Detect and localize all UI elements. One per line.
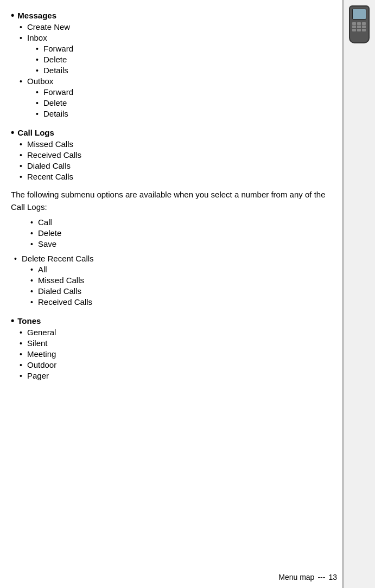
inbox-details-label: Details: [43, 66, 68, 75]
missed-calls-del-item: Missed Calls: [5, 276, 332, 285]
outbox-label: Outbox: [27, 76, 53, 86]
phone-key: [357, 25, 361, 28]
footer-page-number: 13: [328, 573, 337, 581]
bullet-icon: [11, 315, 14, 327]
meeting-label: Meeting: [27, 349, 56, 359]
call-option-label: Call: [38, 218, 52, 227]
inbox-children: Forward Delete Details: [11, 44, 332, 75]
silent-item: Silent: [11, 338, 332, 348]
messages-section: Messages Create New Inbox Forward Delet: [5, 10, 332, 118]
outdoor-label: Outdoor: [27, 360, 56, 369]
delete-recent-section: Delete Recent Calls: [5, 254, 332, 263]
dialed-calls-item: Dialed Calls: [11, 161, 332, 170]
all-label: All: [38, 265, 47, 274]
messages-children: Create New Inbox: [11, 22, 332, 42]
general-item: General: [11, 328, 332, 337]
outbox-children: Forward Delete Details: [11, 87, 332, 118]
phone-key: [352, 22, 356, 25]
recent-calls-label: Recent Calls: [27, 172, 73, 181]
meeting-item: Meeting: [11, 349, 332, 359]
outbox-details-label: Details: [43, 109, 68, 118]
phone-key: [352, 25, 356, 28]
inbox-delete-label: Delete: [43, 55, 67, 64]
phone-keypad: [350, 21, 368, 33]
general-label: General: [27, 328, 56, 337]
outbox-delete-label: Delete: [43, 98, 67, 107]
received-calls-del-item: Received Calls: [5, 297, 332, 306]
call-logs-section: Call Logs Missed Calls Received Calls Di…: [5, 127, 332, 181]
content-area: Messages Create New Inbox Forward Delet: [0, 5, 342, 387]
submenu-options: Call Delete Save: [5, 218, 332, 248]
bullet-icon: [11, 127, 14, 138]
call-logs-item: Call Logs Missed Calls Received Calls Di…: [5, 127, 332, 181]
dialed-calls-del-label: Dialed Calls: [38, 286, 81, 296]
pager-label: Pager: [27, 371, 49, 380]
save-option-item: Save: [5, 239, 332, 248]
phone-key: [357, 29, 361, 31]
received-calls-del-label: Received Calls: [38, 297, 92, 306]
phone-screen: [352, 9, 366, 20]
call-option-item: Call: [5, 218, 332, 227]
dialed-calls-del-item: Dialed Calls: [5, 286, 332, 296]
recent-calls-item: Recent Calls: [11, 172, 332, 181]
phone-key: [352, 29, 356, 31]
inbox-label: Inbox: [27, 33, 47, 42]
all-item: All: [5, 265, 332, 274]
missed-calls-label: Missed Calls: [27, 139, 73, 149]
save-option-label: Save: [38, 239, 56, 248]
inbox-forward-label: Forward: [43, 44, 73, 53]
tones-children: General Silent Meeting Outdoor Pager: [11, 328, 332, 380]
outbox-details-item: Details: [11, 109, 332, 118]
tones-section: Tones General Silent Meeting Outdoor: [5, 315, 332, 380]
phone-key: [362, 25, 366, 28]
missed-calls-item: Missed Calls: [11, 139, 332, 149]
phone-key: [357, 22, 361, 25]
tones-title: Tones: [17, 316, 41, 325]
pager-item: Pager: [11, 371, 332, 380]
delete-option-label: Delete: [38, 228, 61, 238]
silent-label: Silent: [27, 338, 48, 348]
call-logs-title: Call Logs: [17, 128, 54, 137]
outdoor-item: Outdoor: [11, 360, 332, 369]
phone-key: [362, 29, 366, 31]
page-footer: Menu map --- 13: [278, 573, 337, 581]
footer-separator: ---: [317, 573, 325, 581]
create-new-item: Create New: [11, 22, 332, 31]
delete-recent-label: Delete Recent Calls: [22, 254, 94, 263]
delete-option-item: Delete: [5, 228, 332, 238]
received-calls-label: Received Calls: [27, 150, 81, 159]
phone-key: [362, 22, 366, 25]
messages-label: Messages: [11, 10, 332, 21]
received-calls-item: Received Calls: [11, 150, 332, 159]
outbox-delete-item: Delete: [11, 98, 332, 107]
dialed-calls-label: Dialed Calls: [27, 161, 71, 170]
messages-title: Messages: [17, 11, 56, 20]
tones-label: Tones: [11, 315, 332, 327]
messages-item: Messages Create New Inbox Forward Delet: [5, 10, 332, 118]
phone-image: [346, 3, 372, 46]
call-logs-label: Call Logs: [11, 127, 332, 138]
inbox-item: Inbox: [11, 33, 332, 42]
submenu-paragraph: The following submenu options are availa…: [5, 189, 332, 213]
inbox-delete-item: Delete: [11, 55, 332, 64]
footer-menu-map-label: Menu map: [278, 573, 314, 581]
outbox-item: Outbox: [11, 76, 332, 86]
create-new-label: Create New: [27, 22, 70, 31]
right-sidebar: [342, 0, 375, 588]
call-logs-children: Missed Calls Received Calls Dialed Calls…: [11, 139, 332, 181]
delete-recent-children: All Missed Calls Dialed Calls Received C…: [5, 265, 332, 306]
page-container: Messages Create New Inbox Forward Delet: [0, 0, 375, 588]
outbox-forward-label: Forward: [43, 87, 73, 97]
bullet-icon: [11, 10, 14, 21]
delete-recent-item: Delete Recent Calls: [5, 254, 332, 263]
tones-item: Tones General Silent Meeting Outdoor: [5, 315, 332, 380]
missed-calls-del-label: Missed Calls: [38, 276, 84, 285]
inbox-details-item: Details: [11, 66, 332, 75]
outbox-forward-item: Forward: [11, 87, 332, 97]
phone-body: [349, 5, 370, 43]
outbox-list: Outbox: [11, 76, 332, 86]
inbox-forward-item: Forward: [11, 44, 332, 53]
